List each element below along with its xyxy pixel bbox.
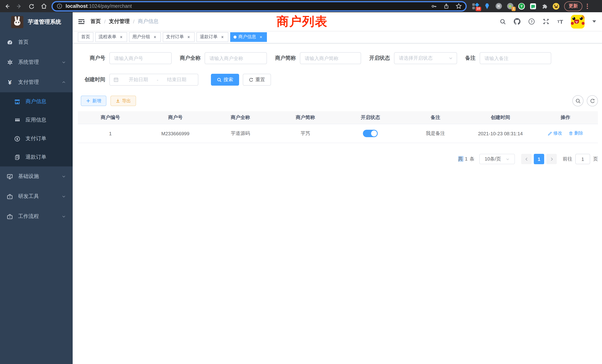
prev-page-icon[interactable] [521, 154, 532, 164]
browser-home-icon[interactable] [40, 3, 47, 10]
sidebar-item-pay-order[interactable]: 支付订单 [0, 129, 73, 148]
merchant-table: 商户编号 商户号 商户全称 商户简称 开启状态 备注 创建时间 操作 1 M23… [78, 111, 598, 143]
remark-input[interactable] [480, 52, 551, 64]
bookmark-star-icon[interactable] [456, 3, 462, 9]
close-icon[interactable]: × [220, 34, 225, 40]
browser-back-icon[interactable] [4, 3, 10, 10]
cell-remark: 我是备注 [403, 130, 468, 137]
chevron-down-icon [62, 60, 66, 64]
font-size-icon[interactable]: TT [557, 19, 563, 24]
sidebar-item-pay[interactable]: ¥ 支付管理 [0, 72, 73, 92]
chat-extension-icon[interactable] [530, 3, 536, 10]
sidebar-item-label: 退款订单 [26, 154, 46, 161]
password-key-icon[interactable] [431, 3, 437, 9]
command-extension-icon[interactable]: ⌘ [495, 3, 502, 10]
browser-forward-icon[interactable] [16, 3, 23, 10]
sidebar-item-workflow[interactable]: 工作流程 [0, 206, 73, 226]
merchant-no-input[interactable] [109, 52, 172, 64]
status-toggle[interactable] [363, 130, 378, 137]
refresh-table-icon[interactable] [587, 95, 598, 106]
briefcase-icon [7, 213, 13, 220]
merchant-fullname-input[interactable] [205, 52, 267, 64]
breadcrumb-separator: / [133, 19, 135, 24]
close-icon[interactable]: × [186, 34, 191, 40]
github-icon[interactable] [514, 18, 521, 25]
gem-extension-icon[interactable] [484, 3, 490, 10]
breadcrumb-separator: / [104, 19, 106, 24]
chevron-down-icon [62, 214, 66, 219]
breadcrumb-current: 商户信息 [138, 18, 159, 25]
reset-button[interactable]: 重置 [243, 74, 271, 86]
add-button[interactable]: 新增 [81, 96, 106, 106]
sidebar-submenu-pay: 商户信息 应用信息 支付订单 [0, 92, 73, 166]
svg-text:?: ? [531, 20, 533, 23]
tab-pay-order[interactable]: 支付订单× [163, 32, 195, 42]
top-navbar: 首页 / 支付管理 / 商户信息 ? [73, 12, 602, 31]
start-date-placeholder[interactable]: 开始日期 [121, 76, 156, 83]
sidebar-toggle-icon[interactable] [78, 18, 85, 25]
goto-page-input[interactable] [575, 154, 590, 164]
yen-circle-icon [14, 136, 20, 142]
delete-link[interactable]: 删除 [569, 130, 583, 137]
field-label: 创建时间 [82, 76, 105, 83]
share-icon[interactable] [443, 3, 449, 9]
browser-menu-icon[interactable] [587, 3, 588, 9]
close-icon[interactable]: × [119, 34, 124, 40]
end-date-placeholder[interactable]: 结束日期 [159, 76, 194, 83]
close-icon[interactable]: × [152, 34, 158, 40]
tab-merchant-info[interactable]: 商户信息× [230, 32, 267, 42]
profile-avatar-icon[interactable] [553, 3, 559, 10]
avatar-dropdown-caret-icon[interactable] [592, 20, 596, 24]
tab-user-group[interactable]: 用户分组× [129, 32, 161, 42]
tab-refund-order[interactable]: 退款订单× [196, 32, 228, 42]
table-header-row: 商户编号 商户号 商户全称 商户简称 开启状态 备注 创建时间 操作 [78, 111, 598, 124]
fullscreen-icon[interactable] [543, 18, 549, 25]
tab-home[interactable]: 首页 [78, 32, 93, 42]
select-placeholder: 请选择开启状态 [399, 55, 433, 62]
search-button[interactable]: 搜索 [211, 74, 239, 86]
sidebar-item-devtools[interactable]: 研发工具 [0, 186, 73, 206]
sidebar-item-system[interactable]: 系统管理 [0, 52, 73, 72]
browser-reload-icon[interactable] [28, 3, 35, 10]
tracker-extension-icon[interactable]: 1 [507, 3, 513, 10]
help-question-icon[interactable]: ? [528, 18, 535, 25]
status-select[interactable]: 请选择开启状态 [394, 52, 457, 64]
breadcrumb-item[interactable]: 首页 [90, 18, 101, 25]
browser-update-button[interactable]: 更新 [564, 1, 582, 11]
next-page-icon[interactable] [546, 154, 557, 164]
extensions-row: 10 ⌘ 1 Y [472, 3, 559, 10]
header-search-icon[interactable] [500, 18, 506, 25]
sidebar-menu: 首页 系统管理 ¥ 支付管理 [0, 32, 73, 226]
blocks-extension-icon[interactable]: 10 [472, 3, 479, 10]
edit-link[interactable]: 修改 [548, 130, 562, 137]
breadcrumb: 首页 / 支付管理 / 商户信息 [90, 18, 159, 25]
breadcrumb-item[interactable]: 支付管理 [109, 18, 130, 25]
yen-icon: ¥ [7, 79, 13, 86]
merchant-shortname-input[interactable] [300, 52, 361, 64]
col-header: 备注 [403, 114, 468, 121]
sidebar-item-label: 支付订单 [26, 135, 46, 142]
page-number-button[interactable]: 1 [534, 154, 544, 164]
sidebar-item-infra[interactable]: 基础设施 [0, 166, 73, 186]
dashboard-icon [7, 39, 13, 45]
sidebar-item-app-info[interactable]: 应用信息 [0, 111, 73, 129]
url-text[interactable]: localhost:1024/pay/merchant [66, 3, 132, 9]
sidebar-logo-row[interactable]: 芋道管理系统 [0, 12, 73, 32]
toggle-search-icon[interactable] [572, 95, 583, 106]
field-label: 商户简称 [275, 55, 296, 62]
col-header: 创建时间 [468, 114, 533, 121]
cell-create-time: 2021-10-23 08:31:14 [468, 131, 533, 136]
user-avatar[interactable] [571, 15, 585, 28]
sidebar-item-refund-order[interactable]: 退款订单 [0, 148, 73, 166]
sidebar-item-home[interactable]: 首页 [0, 32, 73, 52]
export-button[interactable]: 导出 [110, 96, 136, 106]
create-time-range-picker[interactable]: 开始日期 - 结束日期 [109, 74, 198, 86]
site-info-icon[interactable] [57, 3, 62, 9]
url-bar[interactable]: localhost:1024/pay/merchant [52, 1, 467, 11]
page-size-select[interactable]: 10条/页 [479, 154, 515, 164]
y-extension-icon[interactable]: Y [518, 3, 525, 10]
sidebar-item-merchant-info[interactable]: 商户信息 [0, 92, 73, 111]
extensions-puzzle-icon[interactable] [541, 3, 548, 10]
close-icon[interactable]: × [258, 34, 264, 40]
tab-process-form[interactable]: 流程表单× [95, 32, 127, 42]
